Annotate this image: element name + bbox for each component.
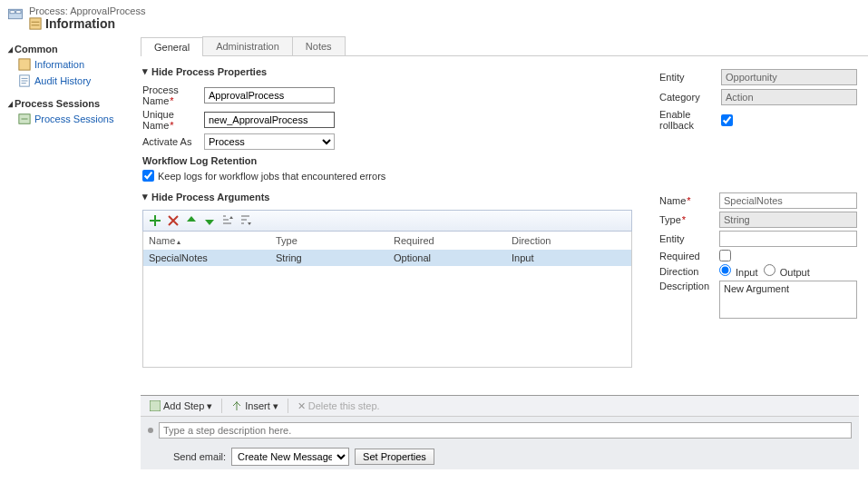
category-label: Category	[659, 92, 721, 103]
send-email-label: Send email:	[173, 451, 226, 462]
send-email-step: Send email: Create New Message Set Prope…	[141, 444, 859, 469]
unique-name-input[interactable]	[204, 112, 335, 128]
arguments-grid-header: Name Type Required Direction	[142, 232, 632, 250]
left-navigation: ◢Common Information Audit History ◢Proce…	[0, 36, 132, 491]
move-up-icon[interactable]	[185, 214, 198, 227]
section-process-arguments[interactable]: ▾ Hide Process Arguments	[142, 191, 632, 202]
separator	[288, 399, 288, 413]
arg-required-label: Required	[659, 251, 719, 261]
tab-general[interactable]: General	[141, 37, 203, 56]
arguments-grid-body: SpecialNotes String Optional Input	[142, 250, 632, 368]
col-required[interactable]: Required	[394, 235, 512, 246]
process-app-icon	[7, 7, 24, 24]
send-email-select[interactable]: Create New Message	[231, 448, 349, 466]
expand-collapse-icon: ◢	[8, 45, 13, 54]
nav-item-audit-history[interactable]: Audit History	[4, 73, 132, 89]
audit-icon	[18, 74, 31, 87]
arg-entity-input[interactable]	[719, 231, 857, 247]
arg-name-label: Name*	[659, 195, 719, 206]
set-properties-button[interactable]: Set Properties	[355, 449, 434, 465]
category-input	[721, 89, 857, 105]
section-process-properties[interactable]: ▾ Hide Process Properties	[142, 65, 632, 77]
steps-toolbar: Add Step ▾ Insert ▾ ✕ Delete this step.	[141, 396, 859, 417]
arg-description-label: Description	[659, 281, 719, 291]
col-direction[interactable]: Direction	[512, 235, 626, 246]
process-name-input[interactable]	[204, 87, 335, 104]
enable-rollback-label: Enable rollback	[659, 109, 721, 131]
entity-label: Entity	[659, 72, 721, 83]
svg-rect-2	[16, 11, 21, 14]
svg-rect-7	[150, 400, 161, 411]
direction-output-radio[interactable]: Output	[764, 264, 810, 278]
add-argument-icon[interactable]	[149, 214, 161, 227]
tab-administration[interactable]: Administration	[202, 36, 293, 55]
svg-rect-3	[30, 18, 41, 29]
add-step-icon	[150, 400, 161, 411]
process-steps-panel: Add Step ▾ Insert ▾ ✕ Delete this step. …	[141, 395, 859, 469]
col-name[interactable]: Name	[149, 235, 276, 246]
nav-group-process-sessions[interactable]: ◢Process Sessions	[4, 96, 132, 111]
insert-icon	[231, 400, 242, 411]
step-description-row	[141, 417, 859, 444]
step-description-input[interactable]	[159, 422, 852, 439]
info-process-icon	[29, 17, 42, 30]
arguments-toolbar	[142, 210, 632, 232]
sessions-icon	[18, 113, 31, 125]
unique-name-label: Unique Name*	[142, 109, 204, 131]
separator	[221, 399, 222, 413]
direction-input-radio[interactable]: Input	[719, 264, 758, 278]
page-title: Information	[29, 16, 145, 31]
enable-rollback-checkbox[interactable]	[721, 114, 733, 126]
delete-icon: ✕	[297, 400, 306, 412]
keep-logs-label: Keep logs for workflow jobs that encount…	[158, 171, 385, 182]
activate-as-select[interactable]: Process	[204, 133, 335, 150]
sort-asc-icon[interactable]	[221, 214, 234, 227]
delete-step-button[interactable]: ✕ Delete this step.	[294, 399, 384, 413]
svg-rect-4	[19, 59, 30, 70]
entity-input	[721, 69, 857, 85]
arg-type-input	[719, 212, 857, 228]
sort-desc-icon[interactable]	[239, 214, 252, 227]
arg-required-checkbox[interactable]	[719, 250, 731, 261]
arg-entity-label: Entity	[659, 233, 719, 244]
info-icon	[18, 58, 31, 71]
activate-as-label: Activate As	[142, 136, 204, 147]
arg-type-label: Type*	[659, 214, 719, 225]
step-bullet-icon	[148, 428, 153, 433]
workflow-log-heading: Workflow Log Retention	[142, 155, 632, 166]
keep-logs-checkbox[interactable]	[142, 170, 154, 182]
insert-step-button[interactable]: Insert ▾	[228, 399, 282, 413]
argument-row[interactable]: SpecialNotes String Optional Input	[143, 250, 631, 266]
tab-strip: General Administration Notes	[141, 36, 868, 56]
main-panel: General Administration Notes ▾ Hide Proc…	[132, 36, 868, 491]
svg-rect-1	[10, 11, 15, 14]
delete-argument-icon[interactable]	[167, 214, 180, 227]
process-breadcrumb: Process: ApprovalProcess	[29, 5, 145, 16]
page-header: Process: ApprovalProcess Information	[0, 0, 868, 36]
move-down-icon[interactable]	[203, 214, 216, 227]
nav-item-information[interactable]: Information	[4, 56, 132, 73]
add-step-button[interactable]: Add Step ▾	[146, 399, 216, 413]
arg-description-input[interactable]: New Argument	[719, 281, 857, 319]
arg-name-input[interactable]	[719, 192, 857, 209]
col-type[interactable]: Type	[276, 235, 394, 246]
tab-notes[interactable]: Notes	[292, 36, 346, 55]
process-name-label: Process Name*	[142, 84, 204, 106]
expand-collapse-icon: ◢	[8, 100, 13, 108]
nav-item-process-sessions[interactable]: Process Sessions	[4, 111, 132, 127]
arg-direction-label: Direction	[659, 266, 719, 277]
nav-group-common[interactable]: ◢Common	[4, 42, 132, 56]
